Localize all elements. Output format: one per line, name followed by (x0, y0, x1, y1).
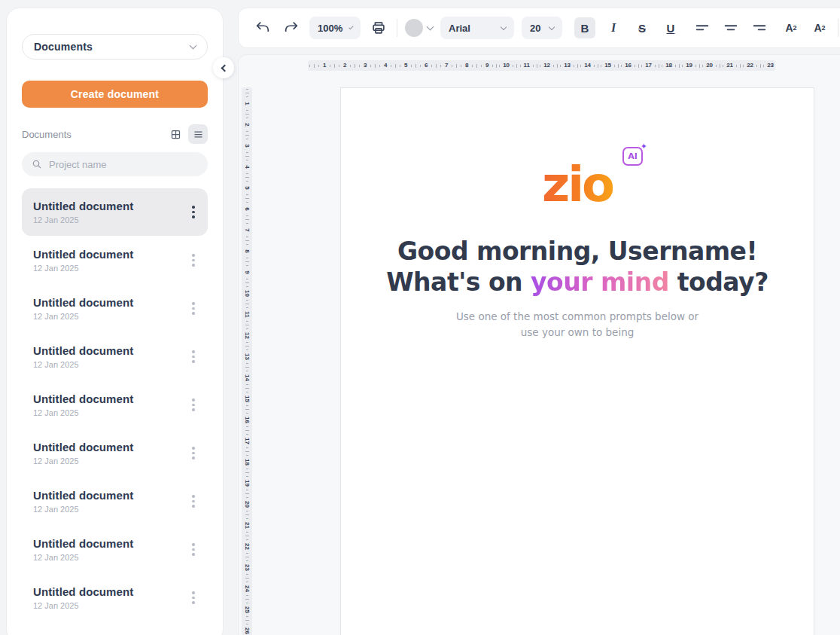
text-color-icon (405, 19, 423, 37)
document-list-item[interactable]: Untitled document 12 Jan 2025 (22, 188, 208, 236)
document-menu-button[interactable] (184, 200, 203, 225)
document-menu-button[interactable] (184, 344, 203, 370)
document-list-item[interactable]: Untitled document 12 Jan 2025 (22, 237, 208, 284)
document-menu-button[interactable] (184, 489, 203, 514)
subscript-button[interactable]: A2 (809, 17, 830, 38)
greeting-highlight: your mind (531, 267, 669, 297)
document-item-text: Untitled document 12 Jan 2025 (33, 489, 133, 514)
redo-button[interactable] (281, 17, 302, 38)
align-center-button[interactable] (720, 17, 741, 38)
documents-section-label: Documents (22, 129, 72, 140)
document-date: 12 Jan 2025 (33, 456, 133, 466)
font-size-select[interactable]: 20 (522, 17, 562, 39)
document-list-item[interactable]: Untitled document 12 Jan 2025 (22, 333, 208, 380)
align-right-button[interactable] (749, 17, 770, 38)
redo-icon (283, 20, 300, 36)
print-icon (370, 20, 387, 36)
chevron-down-icon (349, 24, 354, 29)
sidebar: Documents Create document Documents (6, 8, 224, 635)
document-list-item[interactable]: Untitled document 12 Jan 2025 (22, 574, 208, 621)
undo-button[interactable] (252, 17, 273, 38)
align-right-icon (751, 20, 768, 36)
text-color-picker[interactable] (405, 19, 433, 37)
document-list-item[interactable]: Untitled document 12 Jan 2025 (22, 285, 208, 332)
ruler-unit: 13 (242, 340, 252, 362)
ruler-unit: 3 (348, 60, 369, 71)
ruler-unit: 11 (242, 298, 252, 319)
ruler-unit: 22 (735, 60, 755, 71)
document-list-item[interactable]: Untitled document 12 Jan 2025 (22, 478, 208, 525)
ruler-unit: 26 (242, 615, 252, 635)
workspace-selector[interactable]: Documents (22, 34, 208, 60)
ruler-unit: 8 (450, 60, 470, 71)
document-title: Untitled document (33, 537, 133, 550)
greeting-subtitle: Use one of the most common prompts below… (341, 309, 814, 340)
greeting-line-1: Good morning, Username! (341, 236, 814, 267)
ruler-unit: 5 (242, 172, 252, 193)
document-date: 12 Jan 2025 (33, 264, 133, 273)
document-date: 12 Jan 2025 (33, 553, 133, 562)
ruler-unit: 15 (242, 383, 252, 404)
ruler-unit: 3 (242, 130, 252, 151)
chevron-down-icon (549, 23, 555, 29)
align-left-icon (694, 20, 711, 36)
document-menu-button[interactable] (184, 537, 203, 563)
ruler-unit: 25 (242, 594, 252, 615)
create-document-button[interactable]: Create document (22, 81, 208, 108)
document-date: 12 Jan 2025 (33, 408, 133, 417)
italic-button[interactable]: I (603, 17, 624, 38)
superscript-button[interactable]: A2 (781, 17, 802, 38)
editor-toolbar: 100% Arial 20 B I S U A2 A2 (238, 8, 840, 48)
font-size-value: 20 (530, 23, 540, 34)
ruler-unit: 21 (242, 509, 252, 530)
document-item-text: Untitled document 12 Jan 2025 (33, 585, 133, 610)
bold-button[interactable]: B (574, 17, 595, 38)
ruler-unit: 17 (633, 60, 653, 71)
search-input[interactable] (49, 159, 199, 170)
chevron-down-icon (427, 23, 434, 31)
document-list-item[interactable]: Untitled document 12 Jan 2025 (22, 381, 208, 429)
document-date: 12 Jan 2025 (33, 215, 133, 224)
underline-button[interactable]: U (660, 17, 681, 38)
document-title: Untitled document (33, 248, 133, 261)
toolbar-divider (397, 19, 397, 37)
grid-view-button[interactable] (166, 124, 185, 144)
list-view-icon (193, 129, 204, 140)
document-item-text: Untitled document 12 Jan 2025 (33, 248, 133, 273)
document-title: Untitled document (33, 489, 133, 502)
search-icon (31, 158, 43, 170)
ruler-unit: 1 (308, 60, 328, 71)
document-menu-button[interactable] (184, 441, 203, 466)
ruler-unit: 23 (242, 551, 252, 572)
ruler-unit: 10 (491, 60, 511, 71)
zio-logo: zio (542, 157, 613, 212)
font-family-select[interactable]: Arial (440, 17, 514, 39)
ruler-unit: 1 (242, 87, 252, 108)
list-view-button[interactable] (188, 124, 208, 144)
document-menu-button[interactable] (184, 392, 203, 418)
document-list-item[interactable]: Untitled document 12 Jan 2025 (22, 429, 208, 477)
ruler-unit: 12 (531, 60, 552, 71)
collapse-sidebar-button[interactable] (213, 57, 234, 78)
ruler-unit: 15 (592, 60, 613, 71)
ruler-unit: 19 (674, 60, 694, 71)
ruler-unit: 4 (369, 60, 389, 71)
document-menu-button[interactable] (184, 585, 203, 611)
ruler-unit: 12 (242, 319, 252, 340)
ruler-unit: 6 (409, 60, 430, 71)
document-menu-button[interactable] (184, 296, 203, 322)
align-left-button[interactable] (692, 17, 713, 38)
document-menu-button[interactable] (184, 248, 203, 273)
ruler-unit: 19 (242, 467, 252, 488)
ruler-unit: 18 (653, 60, 674, 71)
ruler-unit: 8 (242, 235, 252, 256)
collapse-sidebar-icon (221, 64, 229, 72)
search-box (22, 152, 208, 176)
ruler-unit: 23 (755, 60, 775, 71)
zoom-select[interactable]: 100% (309, 17, 361, 39)
document-page[interactable]: zio AI ✦ Good morning, Username! What's … (340, 87, 814, 635)
print-button[interactable] (368, 17, 389, 38)
strikethrough-button[interactable]: S (632, 17, 653, 38)
ruler-unit: 17 (242, 425, 252, 446)
document-list-item[interactable]: Untitled document 12 Jan 2025 (22, 526, 208, 573)
